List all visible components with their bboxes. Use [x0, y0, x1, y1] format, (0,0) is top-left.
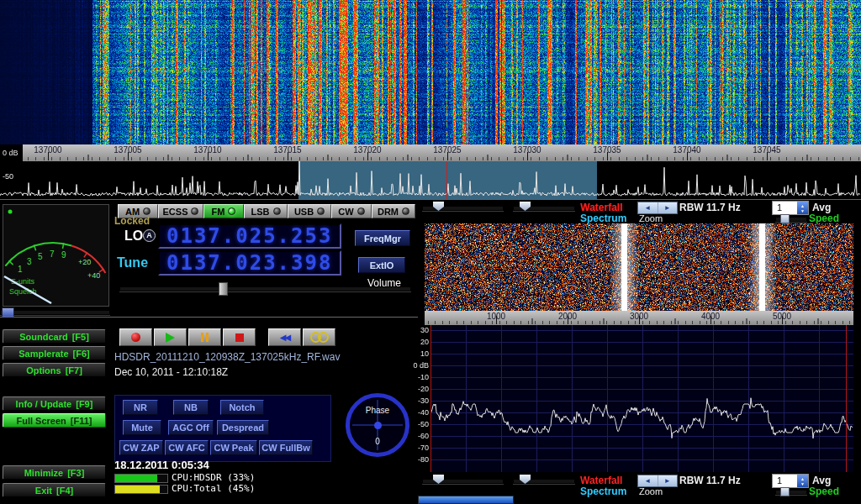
record-button[interactable]: [119, 328, 152, 346]
volume-slider[interactable]: [119, 286, 411, 291]
extio-button[interactable]: ExtIO: [358, 257, 405, 273]
mode-button-usb[interactable]: USB: [288, 204, 331, 218]
speed-mini-slider-bottom-thumb[interactable]: [780, 487, 790, 496]
db-scale-label: -10: [402, 373, 429, 381]
zoom-label: Zoom: [639, 213, 663, 223]
cw-zap-button[interactable]: CW ZAP: [119, 440, 163, 455]
smeter-scale-label: 3: [27, 257, 32, 266]
pause-button[interactable]: [188, 328, 221, 346]
zoom-pan-control[interactable]: ◄►: [637, 202, 678, 214]
play-button[interactable]: [154, 328, 187, 346]
main-waterfall-display[interactable]: [0, 0, 861, 144]
smeter-scale-label: 7: [50, 249, 55, 259]
soundcard-button[interactable]: Soundcard[F5]: [3, 329, 106, 344]
freqmgr-button[interactable]: FreqMgr: [355, 230, 410, 246]
button-hotkey: [F11]: [71, 416, 92, 426]
pan-left-icon[interactable]: ◄: [638, 202, 658, 213]
db-scale-label: -60: [402, 432, 429, 440]
meter-led-icon: [8, 210, 13, 214]
recording-filename: HDSDR_20111210_120938Z_137025kHz_RF.wav: [114, 351, 340, 363]
full-screen-button[interactable]: Full Screen[F11]: [3, 413, 106, 428]
mode-led-icon: [273, 207, 281, 215]
button-hotkey: [F9]: [76, 399, 92, 409]
ruler-label: 137010: [193, 145, 221, 155]
squelch-slider[interactable]: [0, 310, 110, 315]
notch-button[interactable]: Notch: [220, 400, 264, 415]
rbw-label-bottom: RBW 11.7 Hz: [679, 475, 741, 486]
samplerate-button[interactable]: Samplerate[F6]: [3, 346, 106, 360]
tune-frequency-display[interactable]: 0137.023.398: [158, 250, 341, 276]
mute-button[interactable]: Mute: [123, 420, 161, 435]
nb-button[interactable]: NB: [173, 400, 209, 415]
avg-spinner-bottom[interactable]: 1 ▲▼: [772, 474, 809, 488]
auto-lock-badge[interactable]: A: [143, 229, 156, 242]
agc-button[interactable]: AGC Off: [168, 420, 214, 435]
main-spectrum-display[interactable]: [0, 161, 861, 200]
mode-led-icon: [228, 207, 235, 215]
smeter-scale-label: 1: [18, 265, 23, 274]
button-hotkey: [F6]: [73, 349, 90, 359]
waterfall-tab-bottom[interactable]: Waterfall: [580, 475, 622, 486]
ruler-label: 137045: [753, 145, 780, 155]
mode-button-drm[interactable]: DRM: [372, 204, 415, 218]
nr-button[interactable]: NR: [123, 400, 158, 415]
button-label: Exit: [35, 486, 52, 496]
divider: [0, 199, 861, 200]
despread-button[interactable]: Despread: [217, 420, 269, 435]
secondary-spectrum-display[interactable]: [430, 325, 853, 472]
db-scale-label: 0 dB: [402, 361, 429, 370]
loop-button[interactable]: [303, 328, 335, 346]
lo-frequency-display[interactable]: 0137.025.253: [158, 223, 341, 249]
button-hotkey: [F3]: [67, 468, 84, 478]
record-icon: [131, 333, 140, 342]
mode-button-fm[interactable]: FM: [203, 204, 244, 218]
mode-button-cw[interactable]: CW: [331, 204, 372, 218]
phase-dot-icon: [374, 422, 382, 429]
zoom-pan-control-bottom[interactable]: ◄►: [637, 475, 678, 487]
volume-slider-thumb[interactable]: [219, 282, 228, 296]
button-label: Samplerate: [18, 349, 68, 359]
avg-spinner[interactable]: 1 ▲▼: [772, 201, 809, 215]
button-label: Options: [26, 365, 61, 375]
hdsdr-window: 137000 137005 137010 137015 137020 13702…: [0, 0, 861, 504]
db-scale-label: -30: [402, 396, 429, 405]
spectrum-tab[interactable]: Spectrum: [580, 213, 626, 224]
exit-button[interactable]: Exit[F4]: [3, 483, 106, 497]
spin-down-icon[interactable]: ▼: [800, 481, 805, 486]
smeter-plus40-label: +40: [87, 271, 100, 280]
spectrum-tab-bottom[interactable]: Spectrum: [580, 486, 626, 497]
pan-right-icon[interactable]: ►: [658, 202, 678, 213]
pan-right-icon[interactable]: ►: [658, 475, 678, 486]
locked-label: Locked: [114, 215, 150, 227]
cw-afc-button[interactable]: CW AFC: [165, 440, 209, 455]
cw-peak-button[interactable]: CW Peak: [210, 440, 257, 455]
frequency-ruler[interactable]: 137000 137005 137010 137015 137020 13702…: [0, 144, 861, 162]
secondary-waterfall-display[interactable]: [425, 223, 853, 311]
options-button[interactable]: Options[F7]: [3, 363, 106, 377]
cpu-hdsdr-bar: [114, 474, 168, 483]
mode-button-lsb[interactable]: LSB: [244, 204, 288, 218]
speed-label-bottom: Speed: [809, 486, 839, 497]
phase-scope[interactable]: Phase 0: [346, 393, 409, 457]
mode-led-icon: [317, 207, 325, 215]
speed-mini-slider-thumb[interactable]: [780, 214, 790, 223]
waterfall-tab[interactable]: Waterfall: [580, 202, 622, 213]
info-update-button[interactable]: Info / Update[F9]: [3, 396, 106, 411]
ruler-label: 137020: [353, 145, 381, 155]
stop-button[interactable]: [223, 328, 256, 346]
cpu-total-bar: [114, 485, 168, 494]
db-scale-label: -70: [402, 444, 429, 452]
minimize-button[interactable]: Minimize[F3]: [3, 465, 106, 480]
db-scale-label: -20: [402, 385, 429, 393]
recording-timestamp: Dec 10, 2011 - 12:10:18Z: [114, 366, 228, 378]
cw-fullbw-button[interactable]: CW FullBw: [259, 440, 313, 455]
rewind-button[interactable]: ◀◀: [268, 328, 301, 346]
spin-down-icon[interactable]: ▼: [800, 208, 805, 213]
waterfall-speed-slider[interactable]: [418, 496, 514, 504]
smeter-scale-label: 5: [38, 252, 43, 261]
button-hotkey: [F4]: [56, 486, 73, 496]
mode-button-ecss[interactable]: ECSS: [158, 204, 203, 218]
stop-icon: [235, 333, 244, 342]
button-hotkey: [F5]: [72, 332, 89, 342]
pan-left-icon[interactable]: ◄: [638, 475, 658, 486]
